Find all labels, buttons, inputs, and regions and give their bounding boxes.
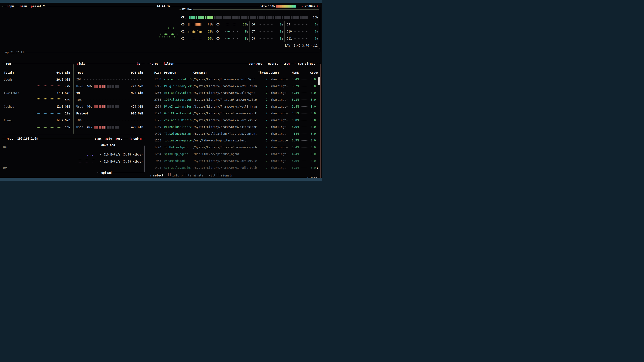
core-label: C4 <box>216 30 224 33</box>
process-row[interactable]: 1123 WiFiCloudAssetsX /System/Library/Pr… <box>150 110 319 117</box>
terminate-button[interactable]: terminate <box>188 174 203 177</box>
process-pid: 1125 <box>150 118 161 122</box>
process-user: mhartingt+ <box>270 139 289 142</box>
process-user: mhartingt+ <box>270 146 289 149</box>
kill-button[interactable]: kill <box>209 174 216 177</box>
process-row[interactable]: 1268 loginitemregiste /usr/libexec/login… <box>150 137 319 144</box>
disk-vm-used-meter <box>94 105 119 108</box>
process-row[interactable]: 1470 fudHelperAgent /System/Library/Priv… <box>150 144 319 151</box>
load-average: LAV: 3.42 3.76 4.11 <box>285 44 318 47</box>
net-auto-button[interactable]: auto <box>104 137 113 140</box>
net-sync-button[interactable]: sync <box>94 137 102 140</box>
net-download-scale: 10K <box>2 146 8 149</box>
header-command[interactable]: Command: <box>193 71 258 74</box>
process-cpu-meter <box>301 167 310 168</box>
select-label: select <box>153 174 163 177</box>
proc-percore-button[interactable]: per-core <box>248 62 263 65</box>
mem-box: 2mem Total:64.0 GiB Used:26.8 GiB 42% Av… <box>1 64 72 134</box>
mem-used-meter <box>34 85 62 87</box>
core-percent: 1% <box>239 30 248 33</box>
core-label: C8 <box>252 37 258 40</box>
disk-root-io-graph <box>84 79 143 80</box>
process-program: com.apple.ColorS <box>164 91 193 94</box>
process-scrollbar[interactable] <box>318 77 320 85</box>
select-up-icon[interactable]: ↑ <box>150 174 152 177</box>
core-graph <box>224 31 238 32</box>
proc-filter-button[interactable]: filter <box>163 62 174 65</box>
process-row[interactable]: 1256 com.apple.ColorS /System/Library/Fr… <box>150 89 319 96</box>
core-label: C6 <box>252 23 258 26</box>
info-button[interactable]: info <box>172 174 179 177</box>
process-row[interactable]: 1539 PlugInLibrarySer /System/Library/Fr… <box>150 103 319 110</box>
proc-reverse-button[interactable]: reverse <box>266 62 279 65</box>
process-user: mhartingt+ <box>270 84 289 88</box>
mem-box-title[interactable]: 2mem <box>4 62 12 65</box>
proc-footer: ↑ select ↓ info ↵ terminate kill signals <box>150 173 318 177</box>
disk-vm-row: VM926 GiB <box>76 91 143 95</box>
process-row[interactable]: 1189 extensionkitserv /System/Library/Fr… <box>150 123 319 130</box>
process-row[interactable]: 1424 com.apple.audio. /System/Library/Fr… <box>150 164 319 171</box>
battery-block <box>280 5 282 7</box>
disk-preboot-row: Preboot926 GiB <box>76 111 143 116</box>
process-row[interactable]: 1429 TipsWidgetExtens /System/Applicatio… <box>150 130 319 137</box>
header-cpu[interactable]: Cpu% <box>310 71 316 74</box>
process-program: WiFiCloudAssetsX <box>164 112 193 115</box>
process-command: /System/Library/Frameworks/AudioToolb <box>193 166 258 169</box>
process-row[interactable]: 1125 com.apple.Dictio /System/Library/Fr… <box>150 117 319 123</box>
core-row: C70% <box>250 28 284 35</box>
process-mem: 3.4M <box>289 105 299 108</box>
process-program: iOSFilesStorageE <box>164 98 193 101</box>
process-cpu: 0.0 <box>310 159 316 163</box>
net-prev-interface-button[interactable]: ←b <box>129 137 132 140</box>
battery-block <box>282 5 284 7</box>
proc-sort-next-button[interactable]: → <box>317 62 318 65</box>
cpu-box-title[interactable]: 1cpu <box>6 4 14 8</box>
disks-io-button[interactable]: io <box>136 62 141 65</box>
update-interval: - 2000ms + <box>301 4 319 8</box>
header-user[interactable]: User: <box>271 71 290 74</box>
header-memb[interactable]: MemB <box>289 71 299 74</box>
process-pid: 955 <box>150 159 161 163</box>
net-next-interface-button[interactable]: n→ <box>140 137 144 140</box>
mem-used-row: Used:26.8 GiB <box>4 77 70 82</box>
header-program[interactable]: Program: <box>164 71 193 74</box>
proc-box: 4proc filter per-core reverse tree ← cpu… <box>147 64 321 179</box>
interval-increase-button[interactable]: + <box>317 4 318 8</box>
disk-vm-io-row: IO% <box>76 98 143 102</box>
cpu-title-label: cpu <box>9 4 14 8</box>
terminal-window: 1cpu menu preset * 14:44:37 BAT■ 100% - … <box>0 3 322 178</box>
btop-screen: 1cpu menu preset * 14:44:37 BAT■ 100% - … <box>0 0 322 181</box>
process-program: spindump_agent <box>164 152 193 156</box>
process-row[interactable]: 1258 com.apple.ColorS /System/Library/Fr… <box>150 76 319 83</box>
process-row[interactable]: 1245 PlugInLibrarySer /System/Library/Fr… <box>150 83 319 90</box>
select-down-icon[interactable]: ↓ <box>165 174 167 177</box>
proc-tree-button[interactable]: tree <box>282 62 291 65</box>
core-row: C41% <box>214 28 250 35</box>
core-graph <box>258 24 273 25</box>
disks-box-title[interactable]: disks <box>76 62 86 65</box>
process-threads: 2 <box>258 78 268 81</box>
preset-button[interactable]: preset * <box>30 4 46 8</box>
proc-sort-prev-button[interactable]: ← <box>295 62 296 65</box>
proc-box-title[interactable]: 4proc <box>150 62 159 65</box>
net-zero-button[interactable]: zero <box>114 137 123 140</box>
process-command: /System/Library/Frameworks/ColorSync. <box>193 78 258 81</box>
signals-button[interactable]: signals <box>221 174 233 177</box>
process-row[interactable]: 955 csnameddatad /System/Library/Framewo… <box>150 158 319 164</box>
header-threads[interactable]: Threads: <box>258 71 268 74</box>
core-graph <box>294 38 308 39</box>
process-mem: 8.0M <box>289 125 299 129</box>
header-pid[interactable]: Pid: <box>150 71 161 74</box>
process-command: /usr/libexec/loginitemregisterd <box>193 139 258 142</box>
process-mem: 5.0M <box>289 118 299 122</box>
interval-decrease-button[interactable]: - <box>302 4 304 8</box>
process-row[interactable]: 1264 spindump_agent /usr/libexec/spindum… <box>150 151 319 158</box>
disk-preboot-used-meter <box>94 126 119 129</box>
process-row[interactable]: 2738 iOSFilesStorageE /System/Library/Pr… <box>150 96 319 103</box>
net-box-title[interactable]: 3net <box>6 137 14 140</box>
process-pid: 1429 <box>150 132 161 135</box>
menu-button[interactable]: menu <box>19 4 28 8</box>
process-cpu: 0.0 <box>310 105 316 108</box>
process-cpu: 0.0 <box>310 166 316 169</box>
footer-bracket <box>184 173 186 176</box>
